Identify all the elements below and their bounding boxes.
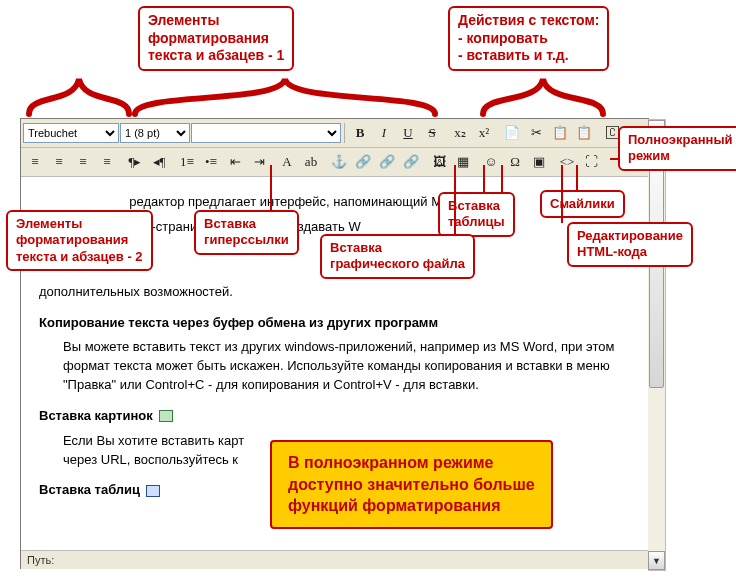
callout-format1: Элементы форматирования текста и абзацев… <box>138 6 294 71</box>
ordered-list-icon[interactable]: 1≡ <box>175 150 199 174</box>
heading-images: Вставка картинок <box>39 407 631 426</box>
strike-icon[interactable]: S <box>420 121 444 145</box>
char-icon[interactable]: Ω <box>503 150 527 174</box>
callout-table: Вставка таблицы <box>438 192 515 237</box>
toolbar-row-2: ≡≡≡≡¶▸◂¶1≡•≡⇤⇥Aab⚓🔗🔗🔗🖼▦☺Ω▣<>⛶ <box>21 148 649 177</box>
indent-icon[interactable]: ⇥ <box>247 150 271 174</box>
toolbar-row-1: Trebuchet 1 (8 pt) BIUSx₂x²📄✂📋📋🄲 <box>21 119 649 148</box>
table-inline-icon <box>146 485 160 497</box>
font-family-select[interactable]: Trebuchet <box>23 123 119 143</box>
italic-icon[interactable]: I <box>372 121 396 145</box>
subscript-icon[interactable]: x₂ <box>448 121 472 145</box>
callout-hyperlink: Вставка гиперссылки <box>194 210 299 255</box>
unordered-list-icon[interactable]: •≡ <box>199 150 223 174</box>
paste-icon[interactable]: 📋 <box>548 121 572 145</box>
callout-textactions: Действия с текстом: - копировать - встав… <box>448 6 609 71</box>
anchor-icon[interactable]: ⚓ <box>327 150 351 174</box>
image-icon[interactable]: 🖼 <box>427 150 451 174</box>
callout-format2: Элементы форматирования текста и абзацев… <box>6 210 153 271</box>
status-bar: Путь: <box>21 550 649 569</box>
template-icon[interactable]: ▣ <box>527 150 551 174</box>
ltr-icon[interactable]: ¶▸ <box>123 150 147 174</box>
unlink-icon[interactable]: 🔗 <box>375 150 399 174</box>
callout-imgfile: Вставка графического файла <box>320 234 475 279</box>
font-size-select[interactable]: 1 (8 pt) <box>120 123 190 143</box>
align-justify-icon[interactable]: ≡ <box>95 150 119 174</box>
heading-copy: Копирование текста через буфер обмена из… <box>39 314 631 333</box>
paste-word-icon[interactable]: 📋 <box>572 121 596 145</box>
cut-icon[interactable]: ✂ <box>524 121 548 145</box>
brace-right <box>478 74 608 118</box>
vertical-scrollbar[interactable]: ▲ ▼ <box>648 119 666 571</box>
image-inline-icon <box>159 410 173 422</box>
extlink-icon[interactable]: 🔗 <box>399 150 423 174</box>
brace-left <box>24 74 134 118</box>
callout-htmledit: Редактирование HTML-кода <box>567 222 693 267</box>
align-center-icon[interactable]: ≡ <box>47 150 71 174</box>
fullscreen-icon[interactable]: ⛶ <box>579 150 603 174</box>
brace-center <box>130 74 440 118</box>
callout-smiley: Смайлики <box>540 190 625 218</box>
copy-icon[interactable]: 📄 <box>500 121 524 145</box>
style-select[interactable] <box>191 123 341 143</box>
link-icon[interactable]: 🔗 <box>351 150 375 174</box>
highlight-icon[interactable]: ab <box>299 150 323 174</box>
align-right-icon[interactable]: ≡ <box>71 150 95 174</box>
note-fullscreen-more: В полноэкранном режиме доступно значител… <box>270 440 553 529</box>
font-color-icon[interactable]: A <box>275 150 299 174</box>
superscript-icon[interactable]: x² <box>472 121 496 145</box>
bold-icon[interactable]: B <box>348 121 372 145</box>
scroll-down-icon[interactable]: ▼ <box>648 551 665 570</box>
callout-fullscreen: Полноэкранный режим <box>618 126 736 171</box>
rtl-icon[interactable]: ◂¶ <box>147 150 171 174</box>
outdent-icon[interactable]: ⇤ <box>223 150 247 174</box>
underline-icon[interactable]: U <box>396 121 420 145</box>
paragraph-copy: Вы можете вставить текст из других windo… <box>63 338 631 395</box>
align-left-icon[interactable]: ≡ <box>23 150 47 174</box>
